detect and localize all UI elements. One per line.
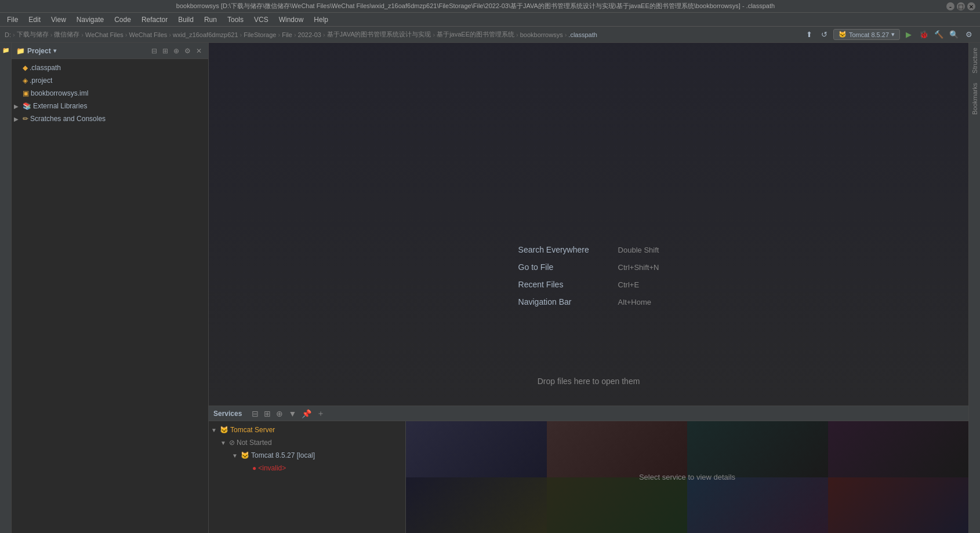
add-svc-button[interactable]: ＋	[315, 408, 326, 419]
menu-navigate[interactable]: Navigate	[72, 14, 108, 25]
menu-build[interactable]: Build	[173, 14, 198, 25]
vcs-icon[interactable]: ⬆	[803, 28, 816, 41]
menu-code[interactable]: Code	[110, 14, 136, 25]
tree-item-external-libs[interactable]: ▶ 📚 External Libraries	[12, 100, 208, 112]
gear-icon[interactable]: ⚙	[183, 46, 193, 56]
collapse-all-svc-button[interactable]: ⊟	[250, 408, 260, 419]
services-detail: Select service to view details	[406, 421, 968, 533]
project-dropdown-icon[interactable]: ▾	[53, 48, 56, 54]
search-icon[interactable]: 🔍	[948, 28, 960, 41]
photo-tile-3	[687, 421, 828, 477]
minimize-button[interactable]: -	[946, 2, 954, 10]
svc-tree-invalid[interactable]: ● <invalid>	[209, 462, 405, 474]
external-libs-label: External Libraries	[33, 102, 206, 110]
menu-vcs[interactable]: VCS	[249, 14, 273, 25]
project-panel-header: 📁 Project ▾ ⊟ ⊞ ⊕ ⚙ ✕	[12, 43, 208, 59]
breadcrumb-3[interactable]: WeChat Files	[85, 31, 124, 38]
breadcrumb-6[interactable]: FileStorage	[244, 31, 276, 38]
close-button[interactable]: ×	[967, 2, 975, 10]
tree-item-iml[interactable]: ▣ bookborrowsys.iml	[12, 87, 208, 100]
menu-refactor[interactable]: Refactor	[137, 14, 172, 25]
breadcrumb-11[interactable]: bookborrowsys	[520, 31, 563, 38]
collapse-all-button[interactable]: ⊟	[150, 46, 159, 56]
settings-icon[interactable]: ⚙	[963, 28, 975, 41]
run-config-selector[interactable]: 🐱 Tomcat 8.5.27 ▾	[833, 29, 900, 40]
breadcrumb-2[interactable]: 微信储存	[54, 30, 79, 39]
shortcut-search-everywhere: Search Everywhere Double Shift	[518, 245, 659, 254]
title-bar-controls: - □ ×	[946, 2, 975, 10]
menu-tools[interactable]: Tools	[223, 14, 248, 25]
tree-item-scratches[interactable]: ▶ ✏ Scratches and Consoles	[12, 112, 208, 125]
breadcrumb-10[interactable]: 基于javaEE的图书管理系统	[437, 30, 514, 39]
sidebar-strip: 📁	[0, 43, 12, 533]
menu-view[interactable]: View	[46, 14, 71, 25]
menu-window[interactable]: Window	[274, 14, 308, 25]
filter-svc-button[interactable]: ▼	[286, 408, 298, 419]
menu-run[interactable]: Run	[199, 14, 222, 25]
breadcrumb-1[interactable]: 下载与储存	[17, 30, 49, 39]
not-started-icon: ⊘	[229, 439, 235, 447]
toolbar-right: ⬆ ↺ 🐱 Tomcat 8.5.27 ▾ ▶ 🐞 🔨 🔍 ⚙	[803, 28, 975, 41]
debug-button[interactable]: 🐞	[917, 28, 930, 41]
main-layout: 📁 📁 Project ▾ ⊟ ⊞ ⊕ ⚙ ✕ ◆ .classpath	[0, 43, 980, 533]
svc-tree-tomcat-local[interactable]: ▼ 🐱 Tomcat 8.5.27 [local]	[209, 449, 405, 462]
photo-tile-6	[547, 477, 688, 534]
hide-panel-button[interactable]: ✕	[194, 46, 204, 56]
tree-item-classpath[interactable]: ◆ .classpath	[12, 61, 208, 74]
photo-tile-2	[547, 421, 688, 477]
structure-tab[interactable]: Structure	[970, 43, 980, 78]
services-detail-text: Select service to view details	[639, 473, 735, 481]
vertical-tabs-right: Structure Bookmarks	[968, 43, 980, 533]
breadcrumb-9[interactable]: 基于JAVA的图书管理系统设计与实现	[327, 30, 431, 39]
breadcrumb-d[interactable]: D:	[5, 31, 11, 38]
recent-files-key: Ctrl+E	[618, 280, 639, 289]
tree-item-project[interactable]: ◈ .project	[12, 74, 208, 87]
invalid-label: <invalid>	[258, 464, 403, 472]
maximize-button[interactable]: □	[957, 2, 965, 10]
run-config-label: Tomcat 8.5.27	[849, 31, 889, 38]
panel-header-actions: ⊟ ⊞ ⊕ ⚙ ✕	[150, 46, 204, 56]
scratches-icon: ✏	[23, 115, 28, 123]
services-panel: Services ⊟ ⊞ ⊕ ▼ 📌 ＋ ▼ 🐱 Tomcat Server	[209, 406, 968, 533]
svc-tree-tomcat-server[interactable]: ▼ 🐱 Tomcat Server	[209, 424, 405, 436]
svc-tree-not-started[interactable]: ▼ ⊘ Not Started	[209, 436, 405, 449]
group-by-svc-button[interactable]: ⊕	[274, 408, 285, 419]
search-everywhere-key: Double Shift	[618, 245, 659, 254]
not-started-label: Not Started	[237, 439, 403, 447]
pin-svc-button[interactable]: 📌	[300, 408, 313, 419]
svc-arrow-not-started: ▼	[220, 440, 227, 446]
refresh-icon[interactable]: ↺	[818, 28, 831, 41]
run-button[interactable]: ▶	[902, 28, 915, 41]
run-config-dropdown-icon: ▾	[891, 31, 895, 38]
menu-help[interactable]: Help	[309, 14, 333, 25]
tree-arrow-scratches: ▶	[14, 116, 21, 122]
services-tree: ▼ 🐱 Tomcat Server ▼ ⊘ Not Started ▼ 🐱	[209, 421, 406, 533]
services-header-actions: ⊟ ⊞ ⊕ ▼ 📌 ＋	[250, 408, 326, 419]
breadcrumb-4[interactable]: WeChat Files	[129, 31, 168, 38]
bookmarks-tab[interactable]: Bookmarks	[970, 78, 980, 119]
breadcrumb-7[interactable]: File	[282, 31, 292, 38]
services-body: ▼ 🐱 Tomcat Server ▼ ⊘ Not Started ▼ 🐱	[209, 421, 968, 533]
breadcrumb-bar: D: › 下载与储存 › 微信储存 › WeChat Files › WeCha…	[0, 27, 980, 43]
title-bar: bookborrowsys [D:\下载与储存\微信储存\WeChat File…	[0, 0, 980, 13]
classpath-label: .classpath	[30, 64, 206, 72]
svc-arrow-tomcat-local: ▼	[232, 452, 239, 459]
photo-tile-4	[828, 421, 969, 477]
expand-all-button[interactable]: ⊞	[161, 46, 170, 56]
go-to-file-label: Go to File	[518, 262, 611, 272]
photo-tile-8	[828, 477, 969, 534]
recent-files-label: Recent Files	[518, 280, 611, 289]
menu-file[interactable]: File	[2, 14, 23, 25]
scroll-to-source-button[interactable]: ⊕	[172, 46, 181, 56]
shortcut-recent-files: Recent Files Ctrl+E	[518, 280, 659, 289]
go-to-file-key: Ctrl+Shift+N	[618, 262, 659, 271]
breadcrumb-5[interactable]: wxid_z16oaf6dmzp621	[173, 31, 238, 38]
menu-edit[interactable]: Edit	[24, 14, 45, 25]
sidebar-project-icon[interactable]: 📁	[1, 45, 10, 54]
breadcrumb-8[interactable]: 2022-03	[298, 31, 321, 38]
breadcrumb-classpath[interactable]: .classpath	[568, 31, 597, 38]
editor-area: Search Everywhere Double Shift Go to Fil…	[209, 43, 968, 533]
tomcat-local-icon: 🐱	[241, 451, 249, 459]
expand-all-svc-button[interactable]: ⊞	[262, 408, 273, 419]
build-button[interactable]: 🔨	[932, 28, 945, 41]
